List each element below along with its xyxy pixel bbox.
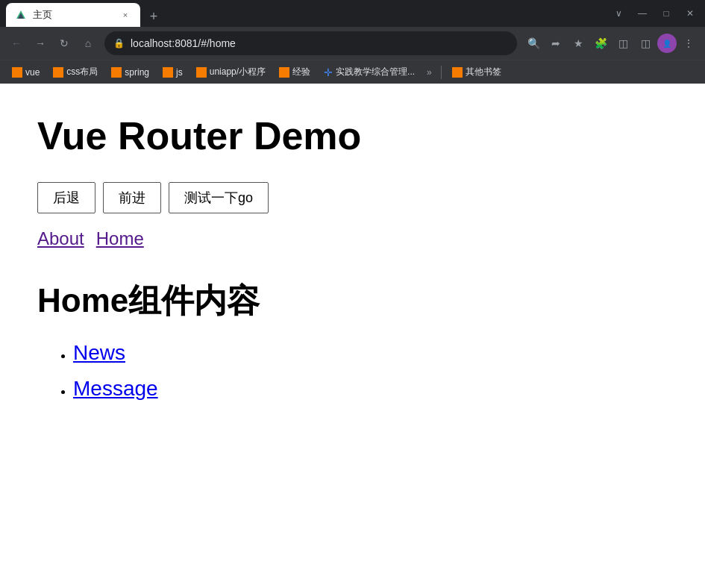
bookmark-vue-icon	[12, 67, 22, 78]
navigation-bar: ← → ↻ ⌂ 🔒 localhost:8081/#/home 🔍 ➦ ★ 🧩 …	[0, 27, 705, 60]
reload-button[interactable]: ↻	[54, 33, 75, 54]
about-link[interactable]: About	[37, 228, 84, 249]
bookmark-other-icon	[452, 67, 463, 78]
bookmark-css-label: css布局	[66, 66, 98, 78]
close-window-button[interactable]: ✕	[681, 4, 699, 22]
bookmarks-divider	[441, 66, 442, 79]
minimize-button[interactable]: —	[633, 4, 651, 22]
back-button[interactable]: ←	[6, 33, 27, 54]
active-tab[interactable]: 主页 ×	[6, 3, 140, 27]
list-item-news: News	[73, 341, 668, 365]
tab-favicon	[15, 9, 27, 21]
browser-chrome: 主页 × + ∨ — □ ✕ ← → ↻ ⌂ 🔒 localhost:8081/…	[0, 0, 705, 84]
address-bar[interactable]: 🔒 localhost:8081/#/home	[104, 31, 517, 55]
bookmark-jingyan[interactable]: 经验	[273, 63, 316, 81]
maximize-button[interactable]: □	[657, 4, 675, 22]
address-text: localhost:8081/#/home	[131, 37, 508, 49]
bookmark-js-label: js	[176, 67, 183, 78]
forward-button[interactable]: →	[30, 33, 51, 54]
sidebar-button[interactable]: ◫	[635, 33, 656, 54]
bookmark-css-icon	[53, 67, 63, 78]
nav-icons: 🔍 ➦ ★ 🧩 ◫ ◫ 👤 ⋮	[523, 33, 699, 54]
bookmark-shijian-icon: ✛	[324, 66, 333, 78]
lock-icon: 🔒	[113, 38, 125, 49]
bookmark-other[interactable]: 其他书签	[446, 63, 507, 81]
home-link[interactable]: Home	[96, 228, 144, 249]
router-links: About Home	[37, 228, 668, 249]
new-tab-button[interactable]: +	[143, 6, 164, 27]
profile-avatar[interactable]: 👤	[657, 34, 677, 53]
extensions-button[interactable]: 🧩	[590, 33, 611, 54]
bookmark-jingyan-icon	[279, 67, 289, 78]
section-title: Home组件内容	[37, 279, 668, 323]
tab-strip: 主页 × +	[6, 0, 610, 27]
message-link[interactable]: Message	[73, 377, 158, 400]
bookmark-other-label: 其他书签	[466, 66, 501, 78]
bookmark-css[interactable]: css布局	[47, 63, 104, 81]
bookmark-shijian[interactable]: ✛ 实践教学综合管理...	[318, 63, 421, 81]
bookmark-jingyan-label: 经验	[292, 66, 310, 78]
bookmark-js-icon	[163, 67, 173, 78]
forward-history-button[interactable]: 前进	[103, 182, 161, 213]
bookmark-vue-label: vue	[25, 67, 40, 78]
window-controls: ∨ — □ ✕	[610, 4, 699, 22]
bookmark-spring[interactable]: spring	[105, 64, 155, 81]
go-test-button[interactable]: 测试一下go	[169, 182, 269, 213]
title-bar: 主页 × + ∨ — □ ✕	[0, 0, 705, 27]
button-group: 后退 前进 测试一下go	[37, 182, 668, 213]
bookmark-shijian-label: 实践教学综合管理...	[336, 66, 415, 78]
bookmark-js[interactable]: js	[157, 64, 189, 81]
bookmark-uniapp[interactable]: uniapp/小程序	[190, 63, 272, 81]
page-main-title: Vue Router Demo	[37, 113, 668, 158]
bookmark-uniapp-icon	[196, 67, 207, 78]
bookmark-star-button[interactable]: ★	[568, 33, 589, 54]
bookmarks-bar: vue css布局 spring js uniapp/小程序 经验 ✛ 实践教学…	[0, 60, 705, 84]
back-history-button[interactable]: 后退	[37, 182, 95, 213]
news-link[interactable]: News	[73, 341, 125, 364]
list-item-message: Message	[73, 377, 668, 401]
share-button[interactable]: ➦	[545, 33, 566, 54]
page-content: Vue Router Demo 后退 前进 测试一下go About Home …	[0, 84, 705, 588]
bookmark-spring-icon	[111, 67, 122, 78]
nav-list: News Message	[37, 341, 668, 401]
zoom-button[interactable]: 🔍	[523, 33, 544, 54]
bookmarks-more-button[interactable]: »	[422, 64, 436, 81]
tab-close-button[interactable]: ×	[119, 9, 131, 21]
bookmark-uniapp-label: uniapp/小程序	[210, 66, 266, 78]
chevron-down-icon[interactable]: ∨	[610, 4, 627, 22]
profile-manager-button[interactable]: ◫	[612, 33, 633, 54]
tab-title: 主页	[33, 8, 113, 22]
menu-button[interactable]: ⋮	[678, 33, 699, 54]
home-button[interactable]: ⌂	[78, 33, 98, 54]
bookmark-spring-label: spring	[125, 67, 149, 78]
bookmark-vue[interactable]: vue	[6, 64, 46, 81]
